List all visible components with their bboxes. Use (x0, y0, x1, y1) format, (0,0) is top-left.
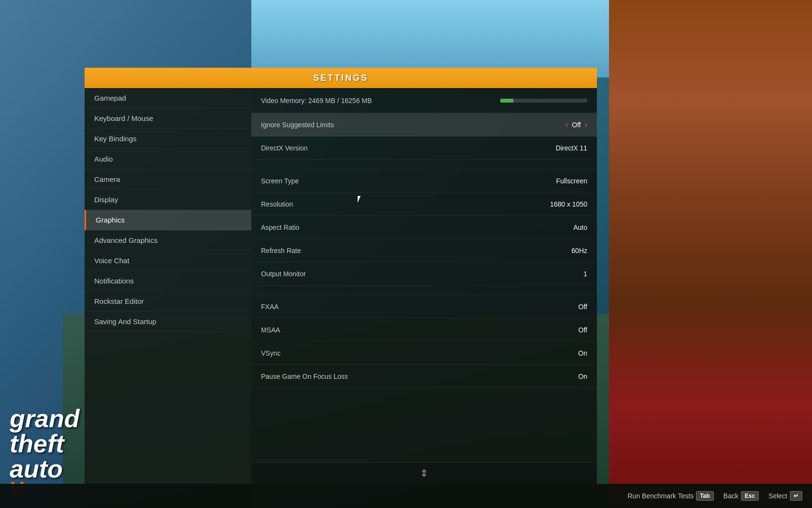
arrow-left-icon[interactable]: ‹ (566, 120, 568, 129)
refresh-rate-value: 60Hz (571, 247, 587, 254)
select-label: Select (768, 492, 787, 500)
ignore-limits-value: ‹ Off › (566, 120, 587, 129)
spacer-2 (251, 285, 597, 295)
bottom-bar: Run Benchmark Tests Tab Back Esc Select … (0, 484, 812, 508)
pause-focus-value: On (578, 373, 587, 380)
sidebar-item-saving-startup[interactable]: Saving And Startup (85, 312, 251, 332)
aspect-ratio-label: Aspect Ratio (261, 224, 299, 231)
nav-panel: Gamepad Keyboard / Mouse Key Bindings Au… (85, 88, 251, 484)
sidebar-item-voice-chat[interactable]: Voice Chat (85, 251, 251, 271)
fxaa-value: Off (579, 303, 587, 311)
sidebar-item-graphics[interactable]: Graphics (85, 210, 251, 230)
setting-row-vsync[interactable]: VSync On (251, 342, 597, 365)
fxaa-label: FXAA (261, 303, 279, 311)
setting-row-output-monitor[interactable]: Output Monitor 1 (251, 262, 597, 285)
scroll-arrows-icon: ⇕ (420, 467, 428, 479)
sidebar-item-notifications[interactable]: Notifications (85, 271, 251, 291)
screen-type-value: Fullscreen (556, 177, 587, 185)
setting-row-screen-type[interactable]: Screen Type Fullscreen (251, 169, 597, 193)
logo-grand: grand (10, 406, 79, 431)
settings-title: SETTINGS (313, 73, 368, 83)
video-memory-row: Video Memory: 2469 MB / 16256 MB (251, 88, 597, 113)
msaa-label: MSAA (261, 326, 280, 334)
sidebar-item-camera[interactable]: Camera (85, 169, 251, 190)
back-button[interactable]: Back Esc (724, 491, 759, 501)
settings-right: Video Memory: 2469 MB / 16256 MB Ignore … (251, 88, 597, 484)
select-button[interactable]: Select ↵ (768, 491, 802, 501)
sidebar-item-key-bindings[interactable]: Key Bindings (85, 129, 251, 149)
refresh-rate-label: Refresh Rate (261, 247, 301, 254)
sidebar-item-audio[interactable]: Audio (85, 149, 251, 169)
setting-row-refresh-rate[interactable]: Refresh Rate 60Hz (251, 239, 597, 262)
setting-row-fxaa[interactable]: FXAA Off (251, 295, 597, 318)
resolution-value: 812 x 508 (550, 200, 587, 208)
setting-row-directx[interactable]: DirectX Version DirectX 11 (251, 136, 597, 160)
video-memory-label: Video Memory: 2469 MB / 16256 MB (261, 97, 372, 105)
spacer-1 (251, 160, 597, 169)
scroll-indicator: ⇕ (251, 462, 597, 484)
msaa-value: Off (579, 326, 587, 334)
back-label: Back (724, 492, 739, 500)
directx-value: DirectX 11 (556, 144, 587, 152)
vsync-label: VSync (261, 349, 280, 357)
screen-type-label: Screen Type (261, 177, 299, 185)
settings-content: Gamepad Keyboard / Mouse Key Bindings Au… (85, 88, 597, 484)
memory-bar (500, 99, 587, 103)
arrow-right-icon[interactable]: › (585, 120, 587, 129)
logo-theft: theft (10, 431, 79, 456)
sidebar-item-keyboard-mouse[interactable]: Keyboard / Mouse (85, 108, 251, 129)
tab-key-badge: Tab (696, 491, 713, 501)
setting-row-aspect-ratio[interactable]: Aspect Ratio Auto (251, 216, 597, 239)
title-bar: SETTINGS (85, 68, 597, 88)
sidebar-item-rockstar-editor[interactable]: Rockstar Editor (85, 291, 251, 312)
output-monitor-value: 1 (583, 270, 587, 278)
pause-focus-label: Pause Game On Focus Loss (261, 373, 348, 380)
resolution-label: Resolution (261, 200, 293, 208)
ignore-limits-label: Ignore Suggested Limits (261, 121, 334, 129)
setting-row-pause-focus[interactable]: Pause Game On Focus Loss On (251, 365, 597, 388)
enter-key-badge: ↵ (790, 491, 802, 501)
vsync-value: On (578, 349, 587, 357)
memory-bar-fill (500, 99, 513, 103)
sidebar-item-gamepad[interactable]: Gamepad (85, 88, 251, 108)
setting-row-resolution[interactable]: Resolution 812 x 508 (251, 193, 597, 216)
sidebar-item-display[interactable]: Display (85, 190, 251, 210)
run-benchmark-label: Run Benchmark Tests (627, 492, 694, 500)
containers-right (609, 0, 812, 508)
esc-key-badge: Esc (741, 491, 759, 501)
output-monitor-label: Output Monitor (261, 270, 306, 278)
settings-panel: SETTINGS Gamepad Keyboard / Mouse Key Bi… (85, 68, 597, 484)
directx-label: DirectX Version (261, 144, 307, 152)
run-benchmark-button[interactable]: Run Benchmark Tests Tab (627, 491, 713, 501)
setting-row-msaa[interactable]: MSAA Off (251, 318, 597, 342)
aspect-ratio-value: Auto (573, 224, 587, 231)
sidebar-item-advanced-graphics[interactable]: Advanced Graphics (85, 230, 251, 251)
setting-row-ignore-limits[interactable]: Ignore Suggested Limits ‹ Off › (251, 113, 597, 136)
